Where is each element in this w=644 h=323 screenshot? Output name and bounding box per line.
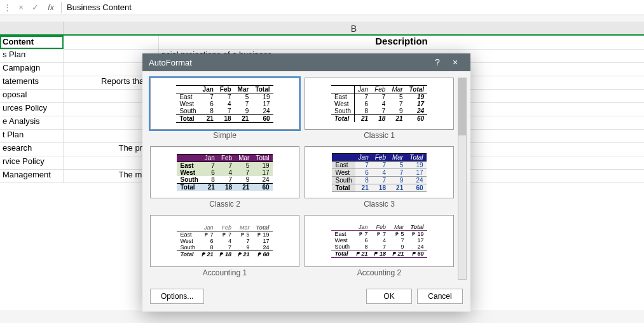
preview-simple: JanFebMarTotalEast77519West64717South879… <box>150 78 299 130</box>
col-header-a[interactable] <box>0 22 64 34</box>
column-header-row: B <box>0 22 644 36</box>
scrollbar-thumb[interactable] <box>458 78 466 135</box>
preview-accounting1: JanFebMarTotalEast₱ 7₱ 7₱ 5₱ 19West64717… <box>150 215 299 267</box>
autoformat-dialog: AutoFormat ? × JanFebMarTotalEast77519We… <box>142 53 470 312</box>
format-name: Accounting 1 <box>150 268 299 277</box>
dialog-titlebar[interactable]: AutoFormat ? × <box>142 53 470 71</box>
dialog-footer: Options... OK Cancel <box>142 284 470 312</box>
format-option-classic1[interactable]: JanFebMarTotalEast77519West64717South879… <box>305 78 454 142</box>
ok-button[interactable]: OK <box>366 289 412 304</box>
format-option-classic3[interactable]: JanFebMarTotalEast77519West64717South879… <box>305 146 454 211</box>
preview-classic3: JanFebMarTotalEast77519West64717South879… <box>305 146 454 198</box>
format-name: Classic 2 <box>150 200 299 209</box>
header-description[interactable]: Description <box>159 36 644 49</box>
formula-input[interactable] <box>63 3 644 12</box>
format-name: Simple <box>150 131 299 140</box>
cell-content[interactable]: tatements <box>0 76 64 89</box>
format-option-classic2[interactable]: JanFebMarTotalEast77519West64717South879… <box>150 146 299 211</box>
cell-content[interactable]: s Plan <box>0 50 64 62</box>
cell-content[interactable]: esearch <box>0 143 64 156</box>
separator <box>61 2 62 13</box>
format-name: Accounting 2 <box>305 268 454 277</box>
dialog-title: AutoFormat <box>149 58 428 67</box>
format-option-simple[interactable]: JanFebMarTotalEast77519West64717South879… <box>150 78 299 142</box>
col-header-b[interactable]: B <box>64 22 644 34</box>
preview-classic1: JanFebMarTotalEast77519West64717South879… <box>305 78 454 130</box>
formula-bar: ⋮ × ✓ fx <box>0 0 644 15</box>
format-name: Classic 3 <box>305 200 454 209</box>
preview-accounting2: JanFebMarTotalEast₱ 7₱ 7₱ 5₱ 19West64717… <box>305 215 454 267</box>
cell-content[interactable]: Management <box>0 170 64 182</box>
help-icon[interactable]: ? <box>428 57 446 67</box>
cell-content[interactable]: t Plan <box>0 130 64 142</box>
accept-icon[interactable]: ✓ <box>28 1 42 15</box>
cancel-button[interactable]: Cancel <box>417 289 463 304</box>
close-icon[interactable]: × <box>446 57 464 67</box>
cell-content[interactable]: Campaign <box>0 63 64 76</box>
scrollbar[interactable] <box>458 78 467 280</box>
format-option-accounting2[interactable]: JanFebMarTotalEast₱ 7₱ 7₱ 5₱ 19West64717… <box>305 215 454 280</box>
cell-content[interactable]: e Analysis <box>0 116 64 129</box>
preview-classic2: JanFebMarTotalEast77519West64717South879… <box>150 146 299 198</box>
fx-label[interactable]: fx <box>42 3 60 12</box>
header-spacer[interactable] <box>64 36 159 49</box>
header-row: Content Description <box>0 36 644 50</box>
header-content[interactable]: Content <box>0 36 64 49</box>
cell-content[interactable]: oposal <box>0 90 64 102</box>
format-option-accounting1[interactable]: JanFebMarTotalEast₱ 7₱ 7₱ 5₱ 19West64717… <box>150 215 299 280</box>
menu-dots[interactable]: ⋮ <box>0 1 14 15</box>
options-button[interactable]: Options... <box>150 289 204 304</box>
cell-content[interactable]: rvice Policy <box>0 156 64 169</box>
cell-content[interactable]: urces Policy <box>0 103 64 116</box>
format-name: Classic 1 <box>305 131 454 140</box>
format-grid: JanFebMarTotalEast77519West64717South879… <box>150 78 454 280</box>
cancel-icon[interactable]: × <box>14 1 28 15</box>
